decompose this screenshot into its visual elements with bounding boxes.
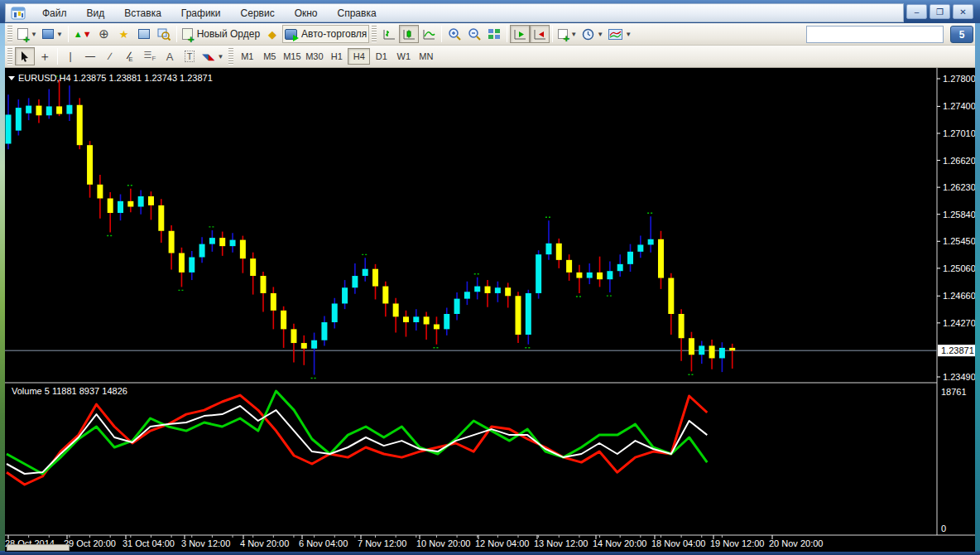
tf-mn[interactable]: MN	[415, 48, 437, 65]
zoom-out-button[interactable]	[464, 25, 484, 43]
tf-w1[interactable]: W1	[392, 48, 415, 65]
candle	[77, 105, 83, 145]
candle	[587, 273, 593, 278]
app-icon[interactable]	[11, 7, 26, 20]
strategy-tester-button[interactable]	[154, 25, 174, 43]
toolbar-grip[interactable]	[7, 26, 12, 42]
candle	[332, 303, 338, 322]
svg-text:3 Nov 12:00: 3 Nov 12:00	[181, 538, 230, 548]
autotrading-button[interactable]: Авто-торговля	[282, 25, 369, 43]
zoom-in-button[interactable]	[444, 25, 464, 43]
terminal-button[interactable]	[134, 25, 154, 43]
restore-button[interactable]: ❐	[930, 4, 950, 19]
new-order-button[interactable]: ＋ Новый Ордер	[180, 25, 262, 43]
community-button[interactable]: 5	[950, 26, 973, 43]
svg-text:10 Nov 20:00: 10 Nov 20:00	[416, 538, 470, 548]
svg-text:1.23490: 1.23490	[943, 372, 975, 382]
autotrading-icon	[285, 29, 297, 40]
periods-button[interactable]: ▼	[579, 25, 606, 43]
fibonacci-icon: ☰F	[144, 50, 156, 62]
profiles-button[interactable]: ▼	[40, 25, 65, 43]
toolbar-grip[interactable]	[372, 26, 377, 42]
vline-button[interactable]: |	[60, 47, 80, 65]
candle	[393, 303, 399, 316]
zoom-out-icon	[468, 27, 481, 41]
menu-service[interactable]: Сервис	[231, 5, 285, 22]
fast-navigation-box[interactable]	[7, 544, 70, 551]
candle	[536, 254, 541, 293]
autoscroll-button[interactable]	[510, 25, 530, 43]
navigator-button[interactable]: ★	[114, 25, 134, 43]
svg-text:12 Nov 04:00: 12 Nov 04:00	[475, 538, 529, 548]
candle	[382, 287, 388, 304]
market-watch-button[interactable]: ▲▼	[71, 25, 94, 43]
tile-windows-button[interactable]	[484, 25, 504, 43]
candle	[209, 238, 215, 244]
tf-h1[interactable]: H1	[325, 48, 348, 65]
menu-insert[interactable]: Вставка	[114, 5, 171, 22]
svg-text:18 Nov 04:00: 18 Nov 04:00	[651, 538, 705, 548]
menu-charts[interactable]: Графики	[171, 5, 231, 22]
search-input[interactable]	[807, 27, 942, 41]
templates-button[interactable]: ▼	[606, 25, 634, 43]
tf-m5[interactable]: M5	[258, 48, 281, 65]
hline-button[interactable]: —	[80, 47, 100, 65]
candle	[250, 258, 256, 276]
minimize-button[interactable]: –	[906, 4, 927, 19]
tf-m30[interactable]: M30	[303, 48, 325, 65]
tf-h4[interactable]: H4	[348, 48, 370, 65]
svg-text:29 Oct 20:00: 29 Oct 20:00	[64, 538, 116, 548]
data-window-button[interactable]: ⊕	[94, 25, 114, 43]
candle	[648, 239, 654, 245]
autoscroll-icon	[514, 28, 526, 40]
fibonacci-button[interactable]: ☰F	[140, 47, 160, 65]
svg-text:1.27400: 1.27400	[943, 101, 975, 111]
menu-view[interactable]: Вид	[77, 5, 115, 22]
metaeditor-icon: ◆	[268, 28, 276, 41]
metaeditor-button[interactable]: ◆	[262, 25, 282, 43]
clock-icon	[582, 28, 594, 41]
menu-window[interactable]: Окно	[285, 5, 328, 22]
crosshair-button[interactable]: ＋	[35, 47, 55, 65]
svg-text:1.23871: 1.23871	[941, 345, 974, 355]
candle	[424, 316, 430, 324]
candle	[434, 325, 440, 330]
text-button[interactable]: A	[160, 47, 180, 65]
cursor-button[interactable]	[15, 47, 35, 65]
candle	[271, 293, 276, 311]
toolbar-drawing: ＋ | — ∕ ∕∕E ☰F A T ◥◣▼ M1 M5 M15 M30 H1 …	[5, 46, 975, 68]
tf-d1[interactable]: D1	[370, 48, 392, 65]
svg-text:19 Nov 12:00: 19 Nov 12:00	[710, 538, 764, 548]
chart-shift-button[interactable]	[530, 25, 550, 43]
candle	[56, 106, 62, 113]
candle	[699, 345, 704, 355]
indicators-button[interactable]: ＋▼	[555, 25, 579, 43]
chart-window[interactable]: 1.278001.274001.270101.266201.262301.258…	[5, 68, 975, 552]
menu-help[interactable]: Справка	[328, 5, 387, 22]
close-button[interactable]: ✕	[953, 4, 973, 19]
candle	[526, 293, 531, 335]
chart-candles-button[interactable]	[399, 25, 419, 43]
candle	[485, 287, 491, 293]
candle	[169, 231, 175, 253]
new-chart-button[interactable]: ＋▼	[15, 25, 40, 43]
toolbar-grip[interactable]	[7, 48, 12, 65]
candle	[545, 244, 551, 254]
terminal-icon	[138, 29, 150, 39]
cursor-icon	[20, 51, 30, 62]
candle	[36, 106, 41, 116]
candle	[617, 264, 623, 271]
chart-canvas[interactable]: 1.278001.274001.270101.266201.262301.258…	[5, 68, 975, 552]
label-button[interactable]: T	[180, 47, 199, 65]
tf-m15[interactable]: M15	[281, 48, 303, 65]
candle	[505, 287, 511, 296]
tf-m1[interactable]: M1	[236, 48, 258, 65]
candle	[97, 185, 103, 199]
chart-line-button[interactable]	[419, 25, 439, 43]
channel-button[interactable]: ∕∕E	[120, 47, 140, 65]
arrows-button[interactable]: ◥◣▼	[199, 47, 226, 65]
trendline-button[interactable]: ∕	[100, 47, 120, 65]
chart-bars-button[interactable]	[379, 25, 399, 43]
toolbar-grip[interactable]	[228, 48, 233, 65]
menu-file[interactable]: Файл	[32, 5, 77, 22]
